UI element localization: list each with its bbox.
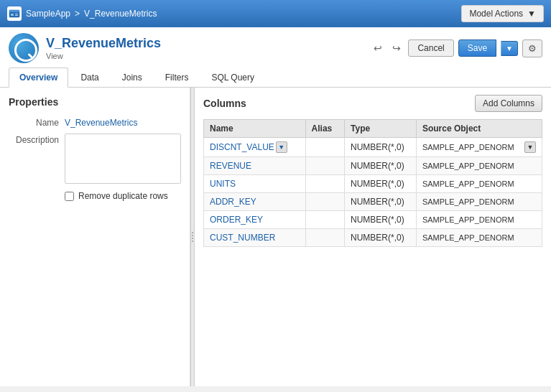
svg-rect-1 [9, 10, 19, 12]
save-dropdown-button[interactable]: ▼ [501, 41, 518, 56]
name-dropdown-arrow[interactable]: ▼ [276, 141, 287, 153]
tab-sql-query[interactable]: SQL Query [200, 67, 265, 87]
source-name-text: SAMPLE_APP_DENORM [422, 162, 514, 170]
source-dropdown-arrow[interactable]: ▼ [524, 141, 536, 153]
cell-source-0: SAMPLE_APP_DENORM ▼ [416, 138, 542, 157]
table-row: ADDR_KEYNUMBER(*,0)SAMPLE_APP_DENORM [204, 193, 542, 211]
table-row: DISCNT_VALUE ▼ NUMBER(*,0) SAMPLE_APP_DE… [204, 138, 542, 157]
description-property-row: Description [9, 134, 181, 184]
tab-overview[interactable]: Overview [9, 67, 68, 88]
table-row: ORDER_KEYNUMBER(*,0)SAMPLE_APP_DENORM [204, 211, 542, 229]
gear-button[interactable]: ⚙ [522, 39, 542, 57]
source-name-text: SAMPLE_APP_DENORM [422, 197, 514, 206]
cell-alias-5[interactable] [305, 229, 344, 247]
cell-name-1: REVENUE [204, 157, 306, 175]
column-name-text: ORDER_KEY [210, 215, 263, 225]
app-icon [7, 6, 22, 21]
cell-name-0: DISCNT_VALUE ▼ [204, 138, 306, 157]
breadcrumb: SampleApp > V_RevenueMetrics [7, 6, 157, 21]
cell-name-5: CUST_NUMBER [204, 229, 306, 247]
top-bar: SampleApp > V_RevenueMetrics Model Actio… [0, 0, 551, 27]
column-name-text: UNITS [210, 179, 236, 189]
cell-source-3: SAMPLE_APP_DENORM [416, 193, 542, 211]
cell-name-2: UNITS [204, 175, 306, 193]
redo-button[interactable]: ↪ [389, 41, 404, 55]
column-name-text: DISCNT_VALUE [210, 142, 274, 152]
name-dropdown: DISCNT_VALUE ▼ [210, 141, 300, 153]
tab-filters[interactable]: Filters [154, 67, 200, 87]
add-columns-button[interactable]: Add Columns [475, 95, 542, 112]
tab-data[interactable]: Data [70, 67, 109, 87]
tab-joins[interactable]: Joins [111, 67, 153, 87]
page-title: V_RevenueMetrics [46, 36, 161, 51]
columns-table: Name Alias Type Source Object DISCNT_VAL… [203, 119, 542, 247]
svg-rect-3 [15, 14, 18, 14]
source-name-text: SAMPLE_APP_DENORM [422, 179, 514, 188]
cell-type-1: NUMBER(*,0) [345, 157, 417, 175]
cell-type-5: NUMBER(*,0) [345, 229, 417, 247]
cell-alias-1[interactable] [305, 157, 344, 175]
svg-rect-2 [11, 14, 14, 16]
source-cell: SAMPLE_APP_DENORM ▼ [422, 141, 536, 153]
cell-alias-4[interactable] [305, 211, 344, 229]
svg-rect-4 [15, 15, 18, 16]
column-header-name: Name [204, 120, 306, 138]
tabs: Overview Data Joins Filters SQL Query [9, 67, 542, 87]
table-header-row: Name Alias Type Source Object [204, 120, 542, 138]
column-header-type: Type [345, 120, 417, 138]
app-name: SampleApp [26, 9, 70, 19]
name-value: V_RevenueMetrics [65, 116, 137, 128]
remove-duplicates-checkbox[interactable] [65, 192, 74, 201]
left-panel: Properties Name V_RevenueMetrics Descrip… [0, 88, 190, 386]
model-actions-dropdown-icon: ▼ [527, 9, 536, 19]
resize-dots [192, 232, 193, 242]
cell-type-4: NUMBER(*,0) [345, 211, 417, 229]
column-name-text: ADDR_KEY [210, 197, 256, 207]
header-section: V_RevenueMetrics View ↩ ↪ Cancel Save ▼ … [0, 27, 551, 88]
description-label: Description [9, 134, 59, 145]
cell-name-3: ADDR_KEY [204, 193, 306, 211]
columns-title: Columns [203, 98, 246, 109]
column-header-source: Source Object [416, 120, 542, 138]
cell-source-2: SAMPLE_APP_DENORM [416, 175, 542, 193]
cell-source-5: SAMPLE_APP_DENORM [416, 229, 542, 247]
table-row: UNITSNUMBER(*,0)SAMPLE_APP_DENORM [204, 175, 542, 193]
page-subtitle: View [46, 52, 63, 60]
remove-duplicates-label: Remove duplicate rows [78, 191, 168, 201]
model-actions-label: Model Actions [469, 9, 523, 19]
header-left: V_RevenueMetrics View [9, 33, 161, 63]
columns-header: Columns Add Columns [203, 95, 542, 112]
cell-alias-0[interactable] [305, 138, 344, 157]
cell-name-4: ORDER_KEY [204, 211, 306, 229]
undo-button[interactable]: ↩ [371, 41, 385, 55]
cell-type-3: NUMBER(*,0) [345, 193, 417, 211]
save-button[interactable]: Save [458, 39, 496, 57]
header-title-text: V_RevenueMetrics View [46, 36, 161, 61]
page-name: V_RevenueMetrics [84, 9, 157, 19]
cell-type-0: NUMBER(*,0) [345, 138, 417, 157]
table-row: CUST_NUMBERNUMBER(*,0)SAMPLE_APP_DENORM [204, 229, 542, 247]
view-icon [9, 33, 39, 63]
cell-type-2: NUMBER(*,0) [345, 175, 417, 193]
main-content: Properties Name V_RevenueMetrics Descrip… [0, 88, 551, 386]
source-name-text: SAMPLE_APP_DENORM [422, 233, 514, 242]
name-property-row: Name V_RevenueMetrics [9, 116, 181, 128]
column-name-text: REVENUE [210, 161, 251, 171]
name-label: Name [9, 116, 59, 128]
cell-alias-3[interactable] [305, 193, 344, 211]
cell-source-4: SAMPLE_APP_DENORM [416, 211, 542, 229]
column-header-alias: Alias [305, 120, 344, 138]
right-panel: Columns Add Columns Name Alias Type Sour… [195, 88, 551, 386]
description-textarea[interactable] [65, 134, 181, 184]
cell-alias-2[interactable] [305, 175, 344, 193]
column-name-text: CUST_NUMBER [210, 233, 275, 243]
cancel-button[interactable]: Cancel [408, 39, 453, 57]
table-row: REVENUENUMBER(*,0)SAMPLE_APP_DENORM [204, 157, 542, 175]
header-actions: ↩ ↪ Cancel Save ▼ ⚙ [371, 39, 542, 57]
cell-source-1: SAMPLE_APP_DENORM [416, 157, 542, 175]
breadcrumb-separator: > [75, 9, 80, 19]
remove-duplicates-row: Remove duplicate rows [65, 191, 181, 201]
model-actions-button[interactable]: Model Actions ▼ [461, 5, 544, 22]
source-name-text: SAMPLE_APP_DENORM [422, 215, 514, 224]
properties-title: Properties [9, 96, 181, 108]
